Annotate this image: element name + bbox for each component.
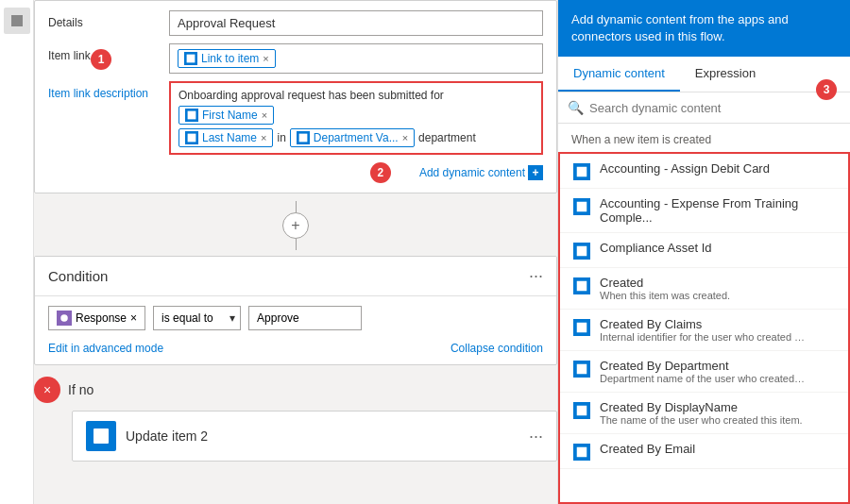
dynamic-item-icon-1	[573, 198, 590, 215]
description-box[interactable]: Onboarding approval request has been sub…	[169, 81, 543, 155]
is-equal-wrapper[interactable]: is equal to	[153, 306, 241, 330]
tab-dynamic-content[interactable]: Dynamic content	[558, 57, 680, 92]
response-icon	[57, 311, 72, 326]
dynamic-items-list: Accounting - Assign Debit Card Accountin…	[558, 152, 850, 504]
dept-close[interactable]: ×	[402, 132, 408, 143]
approve-input[interactable]	[248, 306, 362, 330]
badge-1: 1	[91, 49, 111, 70]
edit-advanced-link[interactable]: Edit in advanced mode	[48, 342, 163, 355]
icon-sidebar	[0, 0, 34, 504]
connector-section: +	[34, 201, 557, 250]
connector-line-bottom	[296, 239, 297, 250]
first-name-icon	[185, 109, 198, 122]
svg-rect-2	[188, 111, 196, 120]
details-row: Details	[48, 10, 543, 36]
tab-expression[interactable]: Expression	[680, 57, 771, 92]
svg-rect-14	[577, 364, 587, 375]
dept-chip[interactable]: Department Va... ×	[290, 128, 415, 147]
right-panel: Add dynamic content from the apps and co…	[557, 0, 850, 504]
panel-header-text: Add dynamic content from the apps and co…	[571, 12, 789, 43]
is-equal-select[interactable]: is equal to	[153, 306, 241, 330]
dynamic-item-0[interactable]: Accounting - Assign Debit Card	[560, 154, 848, 189]
desc-line-2: Last Name × in Department Va... × depart…	[178, 128, 534, 147]
if-no-section: × If no Update item 2 ···	[34, 377, 557, 462]
dynamic-item-1[interactable]: Accounting - Expense From Training Compl…	[560, 189, 848, 233]
svg-rect-16	[577, 447, 587, 458]
condition-title: Condition	[48, 268, 108, 284]
svg-rect-1	[187, 55, 196, 63]
connector-line-top	[296, 201, 297, 212]
condition-menu-button[interactable]: ···	[529, 266, 543, 286]
badge-2: 2	[370, 162, 391, 183]
connector-plus-button[interactable]: +	[282, 212, 309, 239]
svg-rect-11	[577, 246, 587, 257]
last-name-icon	[185, 131, 198, 144]
svg-rect-9	[577, 167, 587, 177]
add-dynamic-button[interactable]: Add dynamic content +	[419, 162, 543, 183]
update-item-title: Update item 2	[126, 428, 208, 444]
dynamic-item-icon-7	[573, 444, 590, 461]
search-input[interactable]	[589, 101, 841, 115]
link-to-item-chip[interactable]: Link to item ×	[178, 49, 276, 68]
condition-body: Response × is equal to Edit in advanced …	[35, 296, 556, 364]
response-chip-close[interactable]: ×	[130, 311, 137, 325]
add-dynamic-row: 2 Add dynamic content +	[48, 162, 543, 183]
svg-rect-8	[96, 436, 103, 438]
plus-box: +	[528, 165, 543, 180]
collapse-condition-link[interactable]: Collapse condition	[450, 342, 543, 355]
dynamic-item-2[interactable]: Compliance Asset Id	[560, 233, 848, 268]
svg-point-5	[60, 314, 68, 322]
dynamic-item-5[interactable]: Created By Department Department name of…	[560, 351, 848, 393]
dynamic-item-3[interactable]: Created When this item was created.	[560, 268, 848, 310]
link-chip-close[interactable]: ×	[263, 53, 268, 64]
main-content: 1 Details Item link Link to item ×	[34, 0, 557, 504]
dynamic-item-icon-3	[573, 277, 590, 294]
condition-card: Condition ··· Response × is equal to	[34, 256, 557, 365]
dynamic-item-7[interactable]: Created By Email	[560, 434, 848, 469]
svg-rect-12	[577, 281, 587, 292]
first-name-close[interactable]: ×	[262, 109, 267, 121]
dynamic-item-content-1: Accounting - Expense From Training Compl…	[600, 196, 835, 225]
dynamic-item-content-6: Created By DisplayName The name of the u…	[600, 400, 835, 426]
if-no-label: If no	[68, 382, 94, 397]
panel-tabs: Dynamic content Expression	[558, 57, 850, 92]
condition-footer: Edit in advanced mode Collapse condition	[48, 336, 543, 355]
dynamic-item-content-5: Created By Department Department name of…	[600, 359, 835, 384]
dynamic-item-icon-6	[573, 402, 590, 419]
dynamic-item-content-2: Compliance Asset Id	[600, 241, 835, 255]
details-label: Details	[48, 10, 162, 29]
svg-rect-10	[577, 202, 587, 212]
item-link-row: Item link Link to item ×	[48, 43, 543, 74]
update-item-menu[interactable]: ···	[529, 427, 543, 446]
item-link-desc-label: Item link description	[48, 81, 162, 100]
item-link-field: Link to item ×	[169, 43, 543, 74]
sidebar-icon[interactable]	[4, 8, 30, 34]
last-name-close[interactable]: ×	[261, 132, 266, 143]
dynamic-item-content-4: Created By Claims Internal identifier fo…	[600, 317, 835, 343]
dynamic-item-content-7: Created By Email	[600, 442, 835, 456]
if-no-row: × If no	[34, 377, 557, 403]
dynamic-item-6[interactable]: Created By DisplayName The name of the u…	[560, 393, 848, 434]
form-card: Details Item link Link to item ×	[34, 0, 557, 193]
search-bar: 🔍	[558, 92, 850, 124]
dynamic-item-content-0: Accounting - Assign Debit Card	[600, 161, 835, 176]
condition-header: Condition ···	[35, 257, 556, 296]
update-item-card: Update item 2 ···	[72, 411, 557, 462]
dynamic-item-icon-0	[573, 163, 590, 180]
dynamic-item-icon-2	[573, 243, 590, 260]
details-input[interactable]	[169, 10, 543, 36]
svg-rect-7	[96, 432, 106, 434]
panel-header: Add dynamic content from the apps and co…	[558, 0, 850, 57]
section-title: When a new item is created	[558, 124, 850, 152]
dynamic-item-icon-5	[573, 361, 590, 378]
last-name-chip[interactable]: Last Name ×	[178, 128, 273, 147]
svg-rect-0	[11, 15, 23, 26]
svg-rect-13	[577, 323, 587, 333]
dynamic-item-4[interactable]: Created By Claims Internal identifier fo…	[560, 310, 848, 351]
response-chip[interactable]: Response ×	[48, 306, 145, 330]
if-no-x-icon[interactable]: ×	[34, 377, 60, 403]
svg-rect-3	[188, 134, 196, 143]
svg-rect-4	[298, 134, 307, 143]
svg-rect-15	[577, 406, 587, 416]
first-name-chip[interactable]: First Name ×	[178, 106, 274, 125]
